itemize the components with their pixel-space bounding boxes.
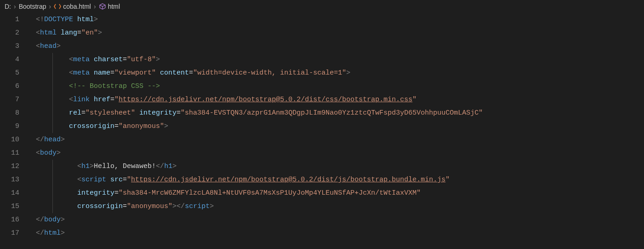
code-line[interactable]: </body> (28, 213, 644, 226)
line-number: 3 (0, 40, 19, 53)
code-line[interactable]: crossorigin="anonymous"></script> (28, 200, 644, 213)
code-line[interactable]: <html lang="en"> (28, 26, 644, 40)
line-number: 1 (0, 13, 19, 26)
breadcrumb[interactable]: D: › Bootstrap › coba.html › html (0, 0, 644, 13)
breadcrumb-folder[interactable]: Bootstrap (19, 3, 46, 10)
code-line[interactable]: <meta charset="utf-8"> (28, 53, 644, 66)
code-line[interactable]: <!-- Bootstrap CSS --> (28, 80, 644, 93)
code-line[interactable]: <script src="https://cdn.jsdelivr.net/np… (28, 173, 644, 186)
chevron-right-icon: › (94, 3, 96, 10)
line-number: 9 (0, 120, 19, 133)
code-line[interactable]: rel="stylesheet" integrity="sha384-EVSTQ… (28, 106, 644, 120)
line-number: 7 (0, 93, 19, 106)
code-line[interactable]: <body> (28, 146, 644, 160)
code-line[interactable]: </html> (28, 226, 644, 240)
code-area[interactable]: <!DOCTYPE html> <html lang="en"> <head> … (28, 13, 644, 240)
line-number-gutter: 1 2 3 4 5 6 7 8 9 10 11 12 13 14 15 16 1… (0, 13, 28, 240)
line-number: 17 (0, 226, 19, 240)
line-number: 13 (0, 173, 19, 186)
line-number: 10 (0, 133, 19, 146)
breadcrumb-drive[interactable]: D: (5, 3, 11, 10)
html-file-icon (54, 3, 61, 10)
chevron-right-icon: › (14, 3, 16, 10)
line-number: 5 (0, 66, 19, 80)
code-line[interactable]: crossorigin="anonymous"> (28, 120, 644, 133)
line-number: 14 (0, 186, 19, 200)
breadcrumb-file[interactable]: coba.html (63, 3, 91, 10)
line-number: 12 (0, 160, 19, 173)
code-line[interactable]: <h1>Hello, Dewaweb!</h1> (28, 160, 644, 173)
code-line[interactable]: </head> (28, 133, 644, 146)
code-line[interactable]: <head> (28, 40, 644, 53)
line-number: 6 (0, 80, 19, 93)
code-editor[interactable]: 1 2 3 4 5 6 7 8 9 10 11 12 13 14 15 16 1… (0, 13, 644, 240)
line-number: 16 (0, 213, 19, 226)
code-line[interactable]: <link href="https://cdn.jsdelivr.net/npm… (28, 93, 644, 106)
line-number: 11 (0, 146, 19, 160)
code-line[interactable]: <meta name="viewport" content="width=dev… (28, 66, 644, 80)
code-line[interactable]: integrity="sha384-MrcW6ZMFYlzcLA8Nl+NtUV… (28, 186, 644, 200)
line-number: 8 (0, 106, 19, 120)
line-number: 4 (0, 53, 19, 66)
symbol-icon (99, 3, 106, 10)
line-number: 2 (0, 26, 19, 40)
line-number: 15 (0, 200, 19, 213)
code-line[interactable]: <!DOCTYPE html> (28, 13, 644, 26)
chevron-right-icon: › (49, 3, 51, 10)
breadcrumb-symbol[interactable]: html (108, 3, 120, 10)
